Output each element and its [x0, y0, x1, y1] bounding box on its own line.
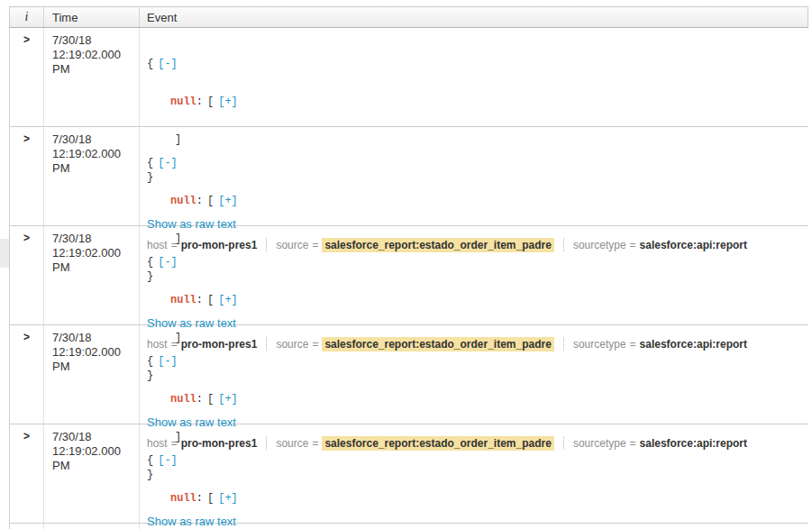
collapse-json-link[interactable]: [-] — [158, 355, 178, 368]
event-time: 7/30/18 12:19:02.000 PM — [44, 424, 140, 523]
collapse-json-link[interactable]: [-] — [158, 157, 178, 169]
event-rows: > 7/30/18 12:19:02.000 PM {[-] null:[[+]… — [10, 28, 808, 524]
event-date: 7/30/18 — [52, 132, 139, 147]
event-time: 7/30/18 12:19:02.000 PM — [44, 127, 140, 225]
event-clock: 12:19:02.000 PM — [52, 147, 139, 176]
expand-array-link[interactable]: [+] — [218, 294, 238, 306]
event-row: > 7/30/18 12:19:02.000 PM {[-] null:[[+]… — [10, 28, 808, 127]
collapse-json-link[interactable]: [-] — [158, 58, 178, 70]
json-open-brace: { — [147, 256, 153, 269]
event-row: > 7/30/18 12:19:02.000 PM {[-] null:[[+]… — [10, 424, 808, 524]
event-clock: 12:19:02.000 PM — [52, 246, 139, 275]
expand-event-chevron-icon[interactable]: > — [23, 32, 30, 48]
expand-event-chevron-icon[interactable]: > — [23, 429, 30, 444]
events-table-header: i Time Event — [10, 6, 808, 28]
collapsed-panel-handle — [0, 239, 9, 268]
expand-array-link[interactable]: [+] — [218, 393, 238, 406]
event-date: 7/30/18 — [52, 331, 139, 345]
event-cell: {[-] null:[[+] ] } Show as raw text host… — [140, 127, 808, 225]
event-row: > 7/30/18 12:19:02.000 PM {[-] null:[[+]… — [10, 325, 808, 424]
json-array-open: [ — [207, 492, 214, 505]
event-time: 7/30/18 12:19:02.000 PM — [44, 325, 140, 424]
event-date: 7/30/18 — [52, 430, 139, 444]
json-colon: : — [196, 96, 203, 108]
header-time-column: Time — [44, 7, 140, 27]
json-colon: : — [196, 393, 203, 406]
event-time: 7/30/18 12:19:02.000 PM — [44, 226, 140, 324]
next-row-stub — [10, 524, 808, 529]
json-array-open: [ — [207, 294, 214, 306]
json-colon: : — [196, 492, 203, 505]
event-cell: {[-] null:[[+] ] } Show as raw text host… — [140, 226, 808, 324]
event-cell: {[-] null:[[+] ] } Show as raw text host… — [140, 424, 808, 523]
json-open-brace: { — [147, 157, 153, 169]
expand-array-link[interactable]: [+] — [218, 195, 238, 207]
header-info-column: i — [10, 7, 44, 27]
event-info-cell: > — [10, 28, 44, 126]
json-colon: : — [196, 294, 203, 306]
event-cell: {[-] null:[[+] ] } Show as raw text host… — [140, 28, 808, 126]
json-open-brace: { — [147, 355, 153, 368]
expand-array-link[interactable]: [+] — [218, 492, 238, 505]
event-clock: 12:19:02.000 PM — [52, 345, 139, 374]
event-info-cell: > — [10, 127, 44, 225]
json-key-null: null — [170, 492, 196, 505]
events-table: i Time Event > 7/30/18 12:19:02.000 PM {… — [9, 6, 808, 529]
header-event-column: Event — [140, 7, 807, 27]
expand-event-chevron-icon[interactable]: > — [23, 330, 30, 345]
event-json-tree: {[-] null:[[+] ] } — [147, 429, 808, 529]
expand-event-chevron-icon[interactable]: > — [23, 132, 30, 147]
event-info-cell: > — [10, 226, 44, 324]
json-key-null: null — [170, 195, 196, 207]
event-info-cell: > — [10, 325, 44, 424]
json-colon: : — [196, 195, 203, 207]
event-date: 7/30/18 — [52, 232, 139, 246]
json-array-open: [ — [207, 195, 214, 207]
collapse-json-link[interactable]: [-] — [158, 256, 178, 269]
collapse-json-link[interactable]: [-] — [158, 454, 178, 467]
event-row: > 7/30/18 12:19:02.000 PM {[-] null:[[+]… — [10, 127, 808, 226]
expand-array-link[interactable]: [+] — [218, 96, 238, 108]
event-cell: {[-] null:[[+] ] } Show as raw text host… — [140, 325, 808, 424]
event-clock: 12:19:02.000 PM — [52, 48, 139, 77]
expand-event-chevron-icon[interactable]: > — [23, 231, 30, 246]
event-info-cell: > — [10, 424, 44, 523]
json-array-open: [ — [207, 96, 214, 108]
json-array-open: [ — [207, 393, 214, 406]
json-key-null: null — [170, 96, 196, 108]
json-key-null: null — [170, 393, 196, 406]
left-gutter — [0, 0, 9, 529]
event-row: > 7/30/18 12:19:02.000 PM {[-] null:[[+]… — [10, 226, 808, 325]
event-time: 7/30/18 12:19:02.000 PM — [44, 28, 140, 126]
event-date: 7/30/18 — [52, 33, 139, 48]
json-key-null: null — [170, 294, 196, 306]
json-open-brace: { — [147, 58, 153, 70]
json-open-brace: { — [147, 454, 153, 467]
event-clock: 12:19:02.000 PM — [52, 444, 139, 473]
